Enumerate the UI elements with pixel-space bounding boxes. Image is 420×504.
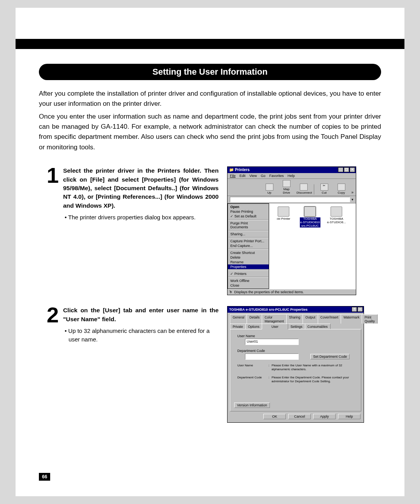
window-buttons: _ ▢ × [338, 167, 355, 172]
tool-map-drive[interactable]: Map Drive [280, 180, 294, 194]
step-1-number: 1 [47, 166, 58, 185]
address-input[interactable] [230, 197, 350, 202]
hint-dept-code: Department Code : Please Enter the Depar… [237, 376, 357, 384]
menu-item-purge[interactable]: Purge Print Documents [228, 221, 269, 229]
maximize-button[interactable]: ▢ [344, 167, 349, 172]
close-button[interactable]: × [350, 167, 355, 172]
menu-file[interactable]: File [230, 174, 236, 178]
page-number-badge: 66 [39, 473, 50, 481]
menu-item-close[interactable]: Close [228, 283, 269, 288]
dialog-button-row: OK Cancel Apply Help [228, 411, 364, 422]
user-name-row: User Name User01 [237, 334, 357, 345]
printer-icon [331, 206, 342, 217]
steps-list: 1 Select the printer driver in the Print… [39, 166, 381, 423]
hint-user-name: User Name : Please Enter the User Name w… [237, 364, 357, 372]
tab-user[interactable]: User [262, 324, 288, 329]
cancel-button[interactable]: Cancel [288, 414, 311, 419]
printer-toshiba-selected[interactable]: TOSHIBAe-STUDIO810srs-PCL6UC [299, 206, 321, 228]
tab-private[interactable]: Private [230, 324, 245, 329]
tool-cut[interactable]: ✂Cut [317, 184, 331, 194]
dialog-titlebar: TOSHIBA e-STUDIO810 srs-PCL6UC Propertie… [228, 306, 364, 313]
menu-item-properties[interactable]: Properties [228, 264, 269, 269]
printers-icon-area: dd Printer TOSHIBAe-STUDIO810srs-PCL6UC … [269, 203, 356, 289]
user-name-input[interactable]: User01 [245, 339, 299, 345]
dept-code-label: Department Code [237, 349, 357, 353]
version-information-button[interactable]: Version Information [234, 402, 270, 408]
statusbar: 🖰 Displays the properties of the selecte… [228, 289, 356, 295]
intro-text: After you complete the installation of p… [39, 89, 381, 152]
dept-code-input[interactable] [245, 354, 299, 360]
printer-wizard-icon [278, 206, 289, 217]
step-2-title: Click on the [User] tab and enter user n… [63, 306, 219, 324]
map-drive-icon [283, 180, 290, 187]
copy-icon [338, 184, 345, 191]
step-1: 1 Select the printer driver in the Print… [47, 166, 381, 295]
apply-button[interactable]: Apply [313, 414, 336, 419]
tab-output[interactable]: Output [303, 314, 318, 324]
menu-help[interactable]: Help [288, 174, 295, 178]
tab-options[interactable]: Options [245, 324, 262, 329]
help-button[interactable]: Help [338, 414, 360, 419]
menu-item-end-capture[interactable]: End Capture... [228, 243, 269, 248]
section-title: Setting the User Information [39, 64, 381, 80]
tabs-row-1: General Details Color Management Sharing… [228, 313, 364, 324]
step-2-text: Click on the [User] tab and enter user n… [63, 306, 219, 343]
tool-disconnect[interactable]: Disconnect [297, 184, 311, 194]
step-1-title: Select the printer driver in the Printer… [63, 166, 219, 210]
hint-dept-text: Please Enter the Department Code. Please… [271, 376, 357, 384]
menu-favorites[interactable]: Favorites [270, 174, 284, 178]
tab-watermark[interactable]: Watermark [341, 314, 362, 324]
tab-general[interactable]: General [230, 314, 247, 324]
hint-user-text: Please Enter the User Name with a maximu… [271, 364, 357, 372]
menu-go[interactable]: Go [261, 174, 266, 178]
tab-consumables[interactable]: Consumables [305, 324, 331, 329]
menu-item-shortcut[interactable]: Create Shortcut [228, 250, 269, 255]
menu-item-printers[interactable]: Printers [228, 271, 269, 276]
dialog-window-buttons: ? × [352, 307, 363, 312]
menu-item-delete[interactable]: Delete [228, 255, 269, 260]
tab-settings[interactable]: Settings [288, 324, 305, 329]
tool-up[interactable]: Up [262, 184, 276, 194]
hint-user-label: User Name [237, 364, 268, 372]
printers-body: Open Pause Printing Set as Default Purge… [228, 203, 356, 289]
menu-item-pause[interactable]: Pause Printing [228, 209, 269, 214]
status-icon: 🖰 [229, 290, 233, 294]
printer-icon [304, 206, 316, 217]
printers-window: 📁 Printers _ ▢ × File Edit View Go [227, 166, 356, 295]
tab-cover-insert[interactable]: Cover/Insert [318, 314, 341, 324]
menu-edit[interactable]: Edit [240, 174, 246, 178]
disconnect-icon [300, 184, 308, 191]
menu-view[interactable]: View [249, 174, 257, 178]
content-area: Setting the User Information After you c… [16, 49, 404, 441]
close-button[interactable]: × [357, 307, 363, 312]
step-1-figure: 📁 Printers _ ▢ × File Edit View Go [227, 166, 356, 295]
step-2-bullet: Up to 32 alphanumeric characters can be … [63, 327, 219, 344]
menu-item-set-default[interactable]: Set as Default [228, 214, 269, 219]
user-tab-panel: User Name User01 Department Code Set Dep… [230, 329, 361, 411]
step-1-bullet: The printer drivers properties dialog bo… [63, 213, 219, 222]
tab-sharing[interactable]: Sharing [286, 314, 303, 324]
menu-item-work-offline[interactable]: Work Offline [228, 278, 269, 283]
document-page: Setting the User Information After you c… [16, 8, 404, 496]
step-1-text: Select the printer driver in the Printer… [63, 166, 219, 222]
menu-item-open[interactable]: Open [228, 205, 269, 209]
menu-item-sharing[interactable]: Sharing... [228, 232, 269, 236]
intro-paragraph-1: After you complete the installation of p… [39, 89, 381, 109]
add-printer-icon[interactable]: dd Printer [272, 206, 295, 221]
address-dropdown[interactable]: ▾ [352, 198, 354, 201]
step-2-figure: TOSHIBA e-STUDIO810 srs-PCL6UC Propertie… [227, 306, 364, 423]
file-dropdown-menu: Open Pause Printing Set as Default Purge… [228, 203, 269, 289]
printer-toshiba-other[interactable]: TOSHIBAe-STUDIO8... [325, 206, 348, 224]
set-department-code-button[interactable]: Set Department Code [310, 354, 350, 359]
tab-color-management[interactable]: Color Management [262, 314, 287, 324]
tool-copy[interactable]: Copy [334, 184, 348, 194]
menu-item-rename[interactable]: Rename [228, 260, 269, 264]
tab-details[interactable]: Details [247, 314, 262, 324]
tab-print-quality[interactable]: Print Quality [362, 314, 377, 324]
menu-item-capture[interactable]: Capture Printer Port... [228, 239, 269, 243]
ok-button[interactable]: OK [263, 414, 286, 419]
help-titlebar-button[interactable]: ? [352, 307, 357, 312]
step-2: 2 Click on the [User] tab and enter user… [47, 306, 381, 423]
minimize-button[interactable]: _ [338, 167, 343, 172]
tabs-row-2: Private Options User Settings Consumable… [228, 324, 364, 329]
